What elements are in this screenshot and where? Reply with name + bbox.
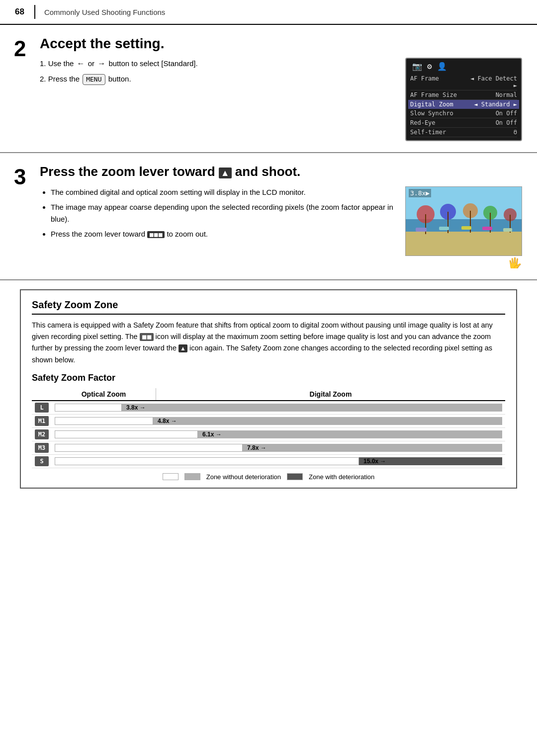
section-2-content: Accept the setting. 1. Use the ← or → bu… bbox=[40, 36, 522, 141]
camera-row-slow-synchro: Slow Synchro On Off bbox=[410, 109, 517, 118]
legend-box-dark bbox=[287, 473, 303, 480]
bar-white-S bbox=[55, 457, 359, 465]
section-2: 2 Accept the setting. 1. Use the ← or → … bbox=[0, 25, 537, 153]
step1-suffix: button to select [Standard]. bbox=[108, 59, 197, 68]
section-3-bullets: The combined digital and optical zoom se… bbox=[40, 186, 393, 243]
bar-label-M3: 7.8x → bbox=[247, 444, 267, 452]
bar-label-M1: 4.8x → bbox=[158, 417, 177, 425]
bar-white-M3 bbox=[55, 444, 243, 452]
row-label-M1: M1 bbox=[32, 414, 52, 427]
bar-white-M1 bbox=[55, 417, 153, 425]
safety-zone-title: Safety Zoom Zone bbox=[32, 299, 505, 315]
step-1: 1. Use the ← or → button to select [Stan… bbox=[40, 58, 393, 70]
svg-rect-11 bbox=[461, 226, 471, 230]
hand-icon: 🖐 bbox=[405, 257, 522, 268]
col-label-header bbox=[32, 388, 52, 401]
camera-screen-icons: 📷 ⚙ 👤 bbox=[410, 62, 517, 71]
camera-screen: 📷 ⚙ 👤 AF Frame ◄ Face Detect ► AF Frame … bbox=[405, 58, 522, 141]
bullet-3: Press the zoom lever toward ◼◼◼ to zoom … bbox=[51, 228, 393, 240]
section-3: 3 Press the zoom lever toward ▲ and shoo… bbox=[0, 153, 537, 280]
legend-label-no-deterioration: Zone without deterioration bbox=[206, 473, 281, 481]
row-bar-M3: 7.8x → bbox=[52, 441, 505, 454]
bar-gray-M1 bbox=[153, 417, 502, 425]
bar-white-M2 bbox=[55, 430, 198, 438]
legend-box-gray bbox=[184, 473, 200, 480]
table-row-S: S 15.0x → bbox=[32, 454, 505, 468]
bar-gray-L bbox=[122, 404, 502, 412]
section-2-number: 2 bbox=[0, 36, 40, 141]
row-label-M2: M2 bbox=[32, 427, 52, 441]
table-row-L: L 3.8x → bbox=[32, 401, 505, 415]
row-label-S: S bbox=[32, 454, 52, 468]
section-3-heading: Press the zoom lever toward ▲ and shoot. bbox=[40, 164, 522, 179]
svg-rect-8 bbox=[439, 227, 449, 230]
step2-prefix: 2. Press the bbox=[40, 75, 80, 83]
step-2: 2. Press the MENU button. bbox=[40, 74, 393, 85]
svg-rect-2 bbox=[406, 232, 522, 255]
settings-icon: ⚙ bbox=[427, 62, 432, 71]
row-label-L: L bbox=[32, 401, 52, 415]
camera-icon: 📷 bbox=[412, 62, 422, 71]
arrow-right-icon: → bbox=[97, 59, 105, 68]
legend-label-with-deterioration: Zone with deterioration bbox=[309, 473, 374, 481]
zoom-factor-table: Optical Zoom Digital Zoom L 3.8x → bbox=[32, 388, 505, 468]
section-3-body: The combined digital and optical zoom se… bbox=[40, 186, 522, 268]
menu-key: MENU bbox=[83, 74, 105, 85]
zoom-display-label: 3.8x▶ bbox=[409, 189, 431, 197]
step1-or: or bbox=[88, 59, 94, 68]
safety-zone-section: Safety Zoom Zone This camera is equipped… bbox=[10, 289, 527, 489]
svg-rect-17 bbox=[503, 228, 512, 232]
col-digital-header: Digital Zoom bbox=[156, 388, 505, 401]
row-bar-M2: 6.1x → bbox=[52, 427, 505, 441]
tele-icon-inline: ▲ bbox=[179, 344, 187, 352]
bar-label-M2: 6.1x → bbox=[202, 430, 222, 438]
step1-prefix: 1. Use the bbox=[40, 59, 74, 68]
beach-scene: 3.8x▶ bbox=[405, 186, 522, 256]
bar-label-L: 3.8x → bbox=[126, 404, 146, 412]
page: 68 Commonly Used Shooting Functions 2 Ac… bbox=[0, 0, 537, 489]
person-icon: 👤 bbox=[437, 62, 447, 71]
section-2-text: 1. Use the ← or → button to select [Stan… bbox=[40, 58, 393, 89]
bar-gray-M2 bbox=[198, 430, 502, 438]
row-label-M3: M3 bbox=[32, 441, 52, 454]
beach-image: 3.8x▶ bbox=[405, 186, 522, 268]
camera-row-red-eye: Red-Eye On Off bbox=[410, 118, 517, 128]
safety-zone-box: Safety Zoom Zone This camera is equipped… bbox=[20, 289, 517, 489]
bar-white-L bbox=[55, 404, 122, 412]
table-row-M2: M2 6.1x → bbox=[32, 427, 505, 441]
safety-zone-body: This camera is equipped with a Safety Zo… bbox=[32, 320, 505, 366]
row-bar-S: 15.0x → bbox=[52, 454, 505, 468]
zoom-wide-icon: ◼◼◼ bbox=[147, 231, 165, 238]
bullet-1: The combined digital and optical zoom se… bbox=[51, 186, 393, 198]
header-divider bbox=[34, 5, 35, 19]
camera-row-af-size: AF Frame Size Normal bbox=[410, 90, 517, 100]
bullet-2: The image may appear coarse depending up… bbox=[51, 201, 393, 225]
safety-factor-title: Safety Zoom Factor bbox=[32, 373, 505, 383]
section-3-content: Press the zoom lever toward ▲ and shoot.… bbox=[40, 164, 522, 268]
section-3-number: 3 bbox=[0, 164, 40, 268]
section-2-body: 1. Use the ← or → button to select [Stan… bbox=[40, 58, 522, 141]
header-title: Commonly Used Shooting Functions bbox=[44, 8, 165, 16]
page-number: 68 bbox=[15, 7, 24, 17]
arrow-left-icon: ← bbox=[77, 59, 85, 68]
safety-icon: ◼◼ bbox=[140, 333, 154, 341]
legend-box-white bbox=[163, 473, 179, 480]
table-row-M3: M3 7.8x → bbox=[32, 441, 505, 454]
row-bar-M1: 4.8x → bbox=[52, 414, 505, 427]
bar-label-S: 15.0x → bbox=[363, 457, 386, 465]
zoom-tele-icon: ▲ bbox=[219, 168, 232, 178]
section-2-heading: Accept the setting. bbox=[40, 36, 522, 52]
camera-row-af-frame: AF Frame ◄ Face Detect ► bbox=[410, 74, 517, 90]
camera-row-digital-zoom: Digital Zoom ◄ Standard ► bbox=[408, 100, 519, 109]
camera-row-self-timer: Self-timer ʊ̈ bbox=[410, 128, 517, 137]
step2-suffix: button. bbox=[108, 75, 131, 83]
zoom-table-legend: Zone without deterioration Zone with det… bbox=[32, 473, 505, 481]
bar-gray-M3 bbox=[243, 444, 502, 452]
table-row-M1: M1 4.8x → bbox=[32, 414, 505, 427]
svg-rect-5 bbox=[416, 228, 427, 232]
svg-rect-14 bbox=[482, 227, 492, 230]
col-optical-header: Optical Zoom bbox=[52, 388, 156, 401]
page-header: 68 Commonly Used Shooting Functions bbox=[0, 0, 537, 25]
row-bar-L: 3.8x → bbox=[52, 401, 505, 415]
